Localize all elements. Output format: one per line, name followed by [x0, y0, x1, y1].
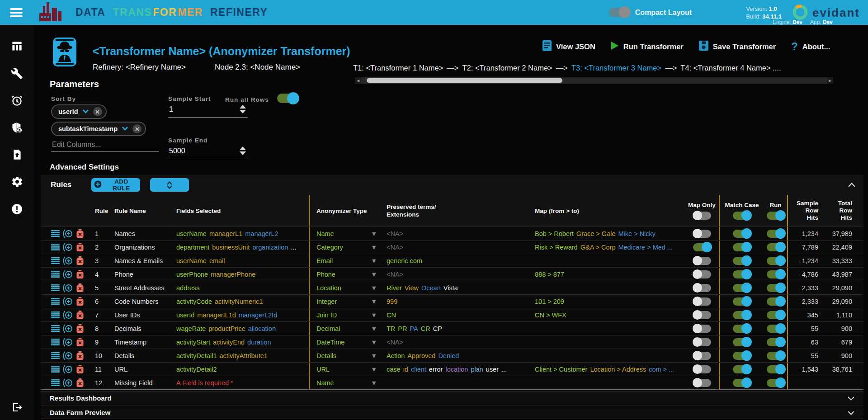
- map-from-to[interactable]: [535, 335, 685, 349]
- stepper-icon[interactable]: [240, 146, 246, 155]
- drag-handle-icon[interactable]: [51, 366, 60, 373]
- match-case-toggle[interactable]: [733, 297, 751, 306]
- map-only-toggle[interactable]: [693, 270, 711, 278]
- match-case-toggle[interactable]: [733, 365, 751, 373]
- drag-handle-icon[interactable]: [51, 379, 60, 386]
- map-only-toggle[interactable]: [693, 325, 711, 333]
- anonymizer-type-value[interactable]: Join ID: [310, 308, 371, 321]
- delete-rule-icon[interactable]: [76, 351, 84, 360]
- run-toggle[interactable]: [767, 352, 785, 360]
- anonymizer-type-value[interactable]: Name: [310, 227, 371, 240]
- breadcrumb-item[interactable]: T2: <Transformer 2 Name>: [462, 64, 552, 72]
- preserved-terms[interactable]: <NA>: [387, 227, 535, 240]
- edit-columns-input[interactable]: [51, 138, 159, 152]
- insert-rule-icon[interactable]: [63, 338, 73, 347]
- delete-rule-icon[interactable]: [76, 378, 84, 387]
- remove-sort-icon[interactable]: [93, 107, 102, 116]
- preserved-terms[interactable]: <NA>: [387, 241, 535, 254]
- drag-handle-icon[interactable]: [51, 311, 60, 318]
- match-case-toggle[interactable]: [733, 325, 751, 333]
- results-dashboard-section[interactable]: Results Dashboard: [41, 391, 863, 405]
- data-farm-preview-section[interactable]: Data Farm Preview: [41, 406, 863, 419]
- map-from-to[interactable]: Client > CustomerLocation > Addresscom >…: [535, 363, 685, 376]
- delete-rule-icon[interactable]: [76, 256, 84, 265]
- chevron-down-icon[interactable]: [848, 394, 854, 402]
- run-all-toggle[interactable]: [767, 212, 785, 220]
- fields-selected[interactable]: userIdmanagerIL1dmanagerL2Id: [176, 308, 310, 321]
- reorder-rules-button[interactable]: [150, 178, 189, 192]
- run-toggle[interactable]: [767, 325, 785, 333]
- map-from-to[interactable]: 888 > 877: [535, 268, 685, 281]
- map-only-toggle[interactable]: [693, 297, 711, 306]
- map-from-to[interactable]: 101 > 209: [535, 295, 685, 308]
- compact-layout-toggle[interactable]: [609, 8, 630, 17]
- alarm-clock-icon[interactable]: [0, 90, 34, 110]
- insert-rule-icon[interactable]: [63, 365, 73, 374]
- map-only-toggle[interactable]: [693, 284, 711, 292]
- anonymizer-type-value[interactable]: Category: [310, 241, 371, 254]
- delete-rule-icon[interactable]: [76, 324, 84, 333]
- fields-selected[interactable]: departmentbusinessUnitorganization...: [176, 241, 310, 254]
- stepper-icon[interactable]: [240, 105, 246, 113]
- dropdown-caret-icon[interactable]: ▼: [371, 268, 387, 281]
- match-case-toggle[interactable]: [733, 338, 751, 346]
- sample-end-field[interactable]: 5000: [168, 146, 248, 159]
- insert-rule-icon[interactable]: [63, 270, 73, 279]
- map-from-to[interactable]: CN > WFX: [535, 308, 685, 321]
- map-only-toggle[interactable]: [693, 352, 711, 360]
- add-rule-button[interactable]: ADD RULE: [91, 178, 140, 192]
- breadcrumb-item[interactable]: T1: <Transformer 1 Name>: [353, 64, 443, 72]
- match-case-toggle[interactable]: [733, 311, 751, 319]
- anonymizer-type-value[interactable]: Integer: [310, 295, 371, 308]
- anonymizer-type-value[interactable]: DateTime: [310, 335, 371, 349]
- map-from-to[interactable]: [535, 254, 685, 267]
- delete-rule-icon[interactable]: [76, 365, 84, 373]
- map-only-toggle[interactable]: [693, 379, 711, 387]
- anonymizer-type-value[interactable]: Decimal: [310, 322, 371, 335]
- table-columns-icon[interactable]: [0, 36, 34, 56]
- dropdown-caret-icon[interactable]: ▼: [371, 227, 387, 240]
- chevron-down-icon[interactable]: [848, 409, 854, 416]
- fields-selected[interactable]: activityCodeactivityNumeric1: [176, 295, 310, 308]
- dropdown-caret-icon[interactable]: ▼: [371, 295, 387, 308]
- match-case-toggle[interactable]: [733, 243, 751, 251]
- dropdown-caret-icon[interactable]: ▼: [371, 281, 387, 294]
- run-toggle[interactable]: [767, 257, 785, 265]
- map-only-toggle[interactable]: [693, 230, 711, 238]
- anonymizer-type-value[interactable]: URL: [310, 363, 371, 376]
- preserved-terms[interactable]: caseidclienterrorlocationplanuser...: [387, 363, 535, 376]
- match-case-all-toggle[interactable]: [733, 212, 751, 220]
- run-toggle[interactable]: [767, 270, 785, 278]
- run-toggle[interactable]: [767, 243, 785, 251]
- delete-rule-icon[interactable]: [76, 229, 84, 238]
- anonymizer-type-value[interactable]: Details: [310, 349, 371, 362]
- map-only-toggle[interactable]: [693, 243, 711, 251]
- preserved-terms[interactable]: generic.com: [387, 254, 535, 267]
- anonymizer-type-value[interactable]: Location: [310, 281, 371, 294]
- view-json-button[interactable]: View JSON: [542, 40, 595, 53]
- map-from-to[interactable]: Bob > RobertGrace > GaleMike > Nicky: [535, 227, 685, 240]
- insert-rule-icon[interactable]: [63, 229, 73, 238]
- match-case-toggle[interactable]: [733, 284, 751, 292]
- dropdown-caret-icon[interactable]: ▼: [371, 241, 387, 254]
- map-only-toggle[interactable]: [693, 257, 711, 265]
- save-transformer-button[interactable]: Save Transformer: [699, 41, 776, 52]
- match-case-toggle[interactable]: [733, 230, 751, 238]
- anonymizer-type-value[interactable]: Phone: [310, 268, 371, 281]
- dropdown-caret-icon[interactable]: ▼: [371, 322, 387, 335]
- sample-start-field[interactable]: 1: [168, 104, 248, 118]
- preserved-terms[interactable]: RiverViewOceanVista: [387, 281, 535, 294]
- match-case-toggle[interactable]: [733, 270, 751, 278]
- run-toggle[interactable]: [767, 379, 785, 387]
- map-from-to[interactable]: [535, 322, 685, 335]
- insert-rule-icon[interactable]: [63, 297, 73, 306]
- anonymizer-type-value[interactable]: Email: [310, 254, 371, 267]
- about-button[interactable]: ? About...: [791, 40, 830, 53]
- preserved-terms[interactable]: 999: [387, 295, 535, 308]
- dropdown-caret-icon[interactable]: ▼: [371, 376, 387, 389]
- fields-selected[interactable]: wageRateproductPriceallocation: [176, 322, 310, 335]
- run-toggle[interactable]: [767, 230, 785, 238]
- fields-selected[interactable]: userNameemail: [176, 254, 310, 267]
- run-toggle[interactable]: [767, 284, 785, 292]
- dropdown-caret-icon[interactable]: ▼: [371, 349, 387, 362]
